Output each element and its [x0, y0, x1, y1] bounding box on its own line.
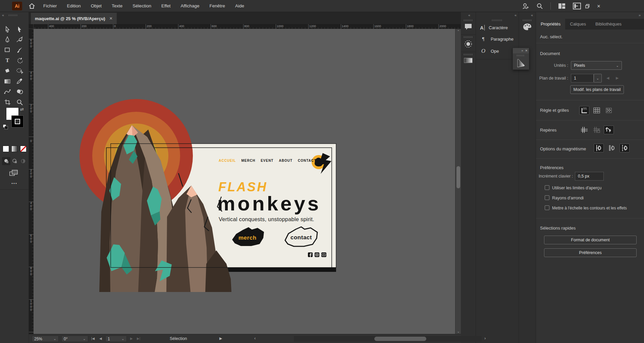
document-tab[interactable]: maquette.ai @ 25 % (RVB/Aperçu) ✕	[31, 13, 117, 24]
hscroll-right-icon[interactable]: ›	[484, 336, 486, 341]
share-user-icon[interactable]	[522, 2, 529, 10]
nav-merch[interactable]: MERCH	[241, 159, 255, 162]
first-artboard-icon[interactable]: |◀	[91, 337, 95, 340]
nav-accueil[interactable]: ACCUEIL	[219, 159, 236, 162]
shape-builder-tool[interactable]	[14, 88, 25, 95]
document-setup-button[interactable]: Format de document	[544, 236, 637, 244]
illustrator-logo[interactable]: Ai	[12, 2, 22, 10]
scroll-down-icon[interactable]: ⌄	[455, 330, 461, 333]
instagram-icon[interactable]	[315, 252, 319, 257]
draw-inside-mode[interactable]	[19, 157, 27, 165]
eyedropper-tool[interactable]	[14, 78, 25, 85]
vertical-scroll-thumb[interactable]	[457, 166, 460, 188]
edit-toolbar-icon[interactable]: •••	[0, 181, 29, 185]
rotate-tool[interactable]	[14, 57, 25, 64]
snap-grid-button[interactable]	[607, 144, 617, 152]
menu-aide[interactable]: Aide	[230, 0, 249, 12]
global-edit-panel-icon[interactable]	[464, 40, 473, 48]
units-select[interactable]: Pixels ⌄	[571, 61, 622, 70]
status-menu-icon[interactable]: ▶	[219, 336, 222, 341]
next-artboard-icon[interactable]: ▶	[130, 337, 133, 340]
corner-radius-checkbox[interactable]	[545, 195, 549, 200]
mini-panel-close-icon[interactable]: ✕	[525, 49, 528, 52]
paintbrush-tool[interactable]	[14, 46, 25, 54]
minimize-button[interactable]	[570, 1, 582, 11]
merch-button-label[interactable]: merch	[238, 235, 257, 241]
facebook-icon[interactable]	[308, 252, 313, 257]
artboard-number-select[interactable]: 1 ⌄	[105, 336, 127, 342]
swap-fill-stroke-icon[interactable]: ⇄	[20, 107, 24, 112]
nav-about[interactable]: ABOUT	[279, 159, 292, 162]
eraser-tool[interactable]	[2, 67, 13, 75]
scale-strokes-checkbox[interactable]	[545, 205, 549, 210]
canvas[interactable]: ACCUEIL MERCH EVENT ABOUT CONTACT FLASH …	[34, 29, 455, 334]
character-panel-item[interactable]: A Caractère	[480, 25, 508, 31]
gradient-fan-icon[interactable]	[516, 58, 526, 68]
preview-bounds-checkbox[interactable]	[545, 185, 549, 190]
toolbar-collapse-icon[interactable]: «	[2, 13, 4, 17]
keyboard-increment-input[interactable]: 0,5 px	[575, 172, 604, 181]
tab-calques[interactable]: Calques	[565, 19, 591, 30]
tab-bibliotheques[interactable]: Bibliothèques	[591, 19, 626, 30]
panel-grip[interactable]	[523, 19, 532, 21]
tab-proprietes[interactable]: Propriétés	[536, 19, 565, 30]
panel-grip[interactable]	[492, 19, 502, 21]
gradient-panel-icon[interactable]	[464, 57, 473, 64]
comments-panel-icon[interactable]	[464, 23, 473, 31]
hscroll-left-icon[interactable]: ‹	[254, 336, 256, 341]
collapse-panel-icon[interactable]: «	[515, 13, 517, 17]
preferences-button[interactable]: Préférences	[544, 248, 637, 257]
default-fill-stroke-icon[interactable]	[3, 124, 8, 130]
lock-guides-button[interactable]	[592, 126, 602, 134]
prev-artboard-icon[interactable]: ◀	[99, 337, 102, 340]
artboard-tool[interactable]	[2, 98, 13, 106]
blend-tool[interactable]	[2, 88, 13, 95]
contact-button-label[interactable]: contact	[290, 234, 312, 241]
zoom-level-select[interactable]: 25% ⌄	[32, 336, 59, 342]
menu-selection[interactable]: Sélection	[127, 0, 156, 12]
gradient-fill-button[interactable]	[11, 146, 18, 152]
none-fill-button[interactable]	[20, 146, 26, 152]
snap-pixel-button[interactable]	[620, 144, 630, 152]
rectangle-tool[interactable]	[2, 46, 13, 54]
selection-tool[interactable]	[2, 26, 13, 33]
menu-fichier[interactable]: Fichier	[38, 0, 62, 12]
mini-panel-menu-icon[interactable]: »	[521, 49, 523, 52]
lasso-tool[interactable]	[14, 67, 25, 75]
panel-grip[interactable]	[517, 55, 525, 56]
ruler-corner[interactable]	[29, 24, 34, 29]
screen-mode-icon[interactable]	[9, 169, 19, 177]
snap-point-button[interactable]	[594, 144, 604, 152]
type-tool[interactable]: T	[2, 57, 13, 64]
menu-edition[interactable]: Edition	[62, 0, 86, 12]
panel-grip[interactable]	[464, 19, 473, 21]
horizontal-scroll-thumb[interactable]	[374, 337, 426, 341]
scroll-up-icon[interactable]: ⌃	[455, 30, 461, 33]
show-grid-button[interactable]	[592, 106, 602, 115]
pixel-grid-button[interactable]	[604, 106, 614, 115]
collapse-panel-icon[interactable]: «	[531, 13, 533, 17]
gradient-tool[interactable]	[2, 78, 13, 85]
artboard-select-arrow[interactable]: ⌄	[594, 74, 602, 83]
curvature-tool[interactable]	[14, 36, 25, 43]
color-panel-icon[interactable]	[523, 23, 532, 31]
panel-grip[interactable]	[464, 36, 473, 38]
nav-event[interactable]: EVENT	[261, 159, 273, 162]
snap-glyph-button[interactable]	[604, 126, 614, 134]
vertical-scrollbar[interactable]: ⌃ ⌄	[455, 29, 461, 334]
restore-button[interactable]	[582, 1, 593, 11]
workspace-switcher-icon[interactable]	[558, 3, 566, 9]
direct-selection-tool[interactable]	[14, 26, 25, 33]
nav-contact[interactable]: CONTACT	[298, 159, 316, 162]
menu-affichage[interactable]: Affichage	[175, 0, 204, 12]
panel-grip[interactable]	[464, 54, 473, 55]
draw-normal-mode[interactable]	[2, 157, 10, 165]
zoom-tool[interactable]	[14, 98, 25, 106]
last-artboard-icon[interactable]: ▶|	[137, 337, 140, 340]
show-guides-button[interactable]	[579, 126, 589, 134]
show-rulers-button[interactable]	[579, 106, 589, 115]
opentype-panel-item[interactable]: O Ope	[480, 48, 499, 54]
edit-artboards-button[interactable]: Modif. les plans de travail	[570, 85, 624, 94]
menu-fenetre[interactable]: Fenêtre	[204, 0, 230, 12]
rotation-select[interactable]: 0° ⌄	[61, 336, 88, 342]
